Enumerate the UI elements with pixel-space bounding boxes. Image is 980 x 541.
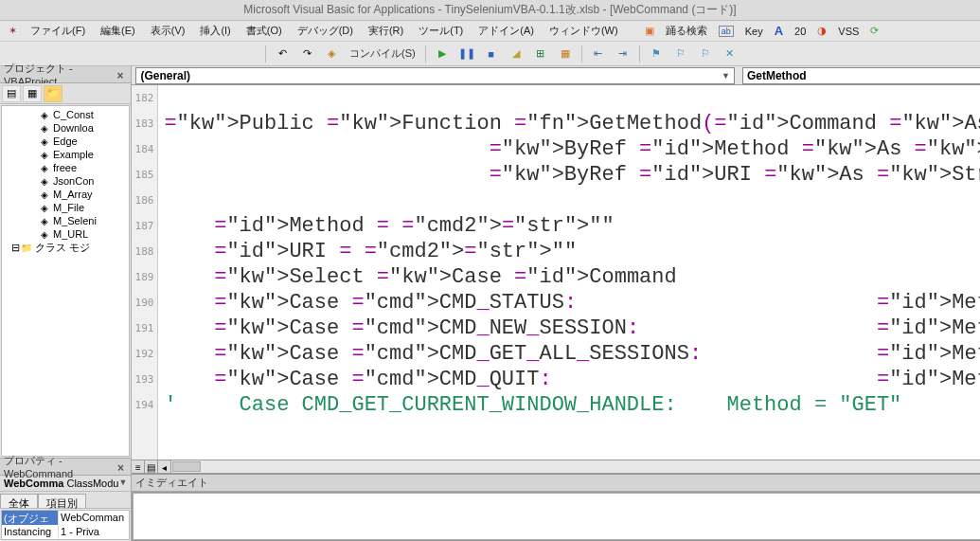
tree-item[interactable]: ◈M_Array	[4, 188, 127, 201]
tree-item[interactable]: ◈C_Const	[4, 108, 127, 121]
tree-item[interactable]: ◈M_File	[4, 201, 127, 214]
menu-vss[interactable]: VSS	[832, 24, 864, 39]
expand-icon[interactable]: ⊟	[11, 242, 20, 254]
line-number: 186	[132, 188, 153, 213]
prev-bookmark-button[interactable]: ⚐	[695, 44, 716, 64]
code-dropdown-bar: (General) ▼ GetMethod ▼	[132, 66, 980, 85]
refresh-icon[interactable]: ⟳	[870, 25, 879, 37]
properties-tabs: 全体 項目別	[0, 492, 131, 509]
tree-item[interactable]: ◈Edge	[4, 135, 127, 148]
code-line[interactable]: ="kw">ByRef ="id">Method ="kw">As ="kw">…	[164, 136, 980, 162]
proc-view-button[interactable]: ≡	[132, 460, 145, 474]
chevron-down-icon[interactable]: ▼	[118, 478, 127, 489]
tab-all[interactable]: 全体	[0, 494, 38, 508]
code-line[interactable]: ="kw">Public ="kw">Function ="fn">GetMet…	[164, 111, 980, 136]
toolbar-separator	[265, 45, 266, 63]
properties-panel-title: プロパティ - WebCommand	[4, 454, 117, 479]
menu-run[interactable]: 実行(R)	[363, 22, 409, 40]
run-button[interactable]: ▶	[432, 44, 453, 64]
code-line[interactable]: ="id">Method = ="cmd2">="str">""	[164, 213, 980, 239]
code-line[interactable]: ="kw">ByRef ="id">URI ="kw">As ="kw">Str…	[164, 162, 980, 188]
property-value[interactable]: 1 - Priva	[59, 525, 129, 539]
scroll-track[interactable]	[171, 460, 980, 473]
menu-insert[interactable]: 挿入(I)	[194, 22, 236, 40]
tree-item[interactable]: ◈freee	[4, 161, 127, 174]
menu-addin[interactable]: アドイン(A)	[472, 22, 540, 40]
scroll-left-button[interactable]: ◂	[158, 460, 171, 474]
design-mode-button[interactable]: ◢	[506, 44, 526, 64]
code-line[interactable]: ="kw">Case ="cmd">CMD_STATUS: ="id">Meth…	[164, 290, 980, 316]
close-icon[interactable]: ×	[117, 461, 127, 473]
menu-edit[interactable]: 編集(E)	[95, 22, 141, 40]
indent-button[interactable]: ⇥	[613, 44, 633, 64]
code-area: (General) ▼ GetMethod ▼ 1821831841851861…	[132, 66, 980, 541]
module-icon: ◈	[38, 162, 51, 173]
stop-button[interactable]: ■	[481, 44, 502, 64]
code-h-scrollbar[interactable]: ≡ ▤ ◂ ▸	[132, 460, 980, 473]
project-tree[interactable]: ◈C_Const◈Downloa◈Edge◈Example◈freee◈Json…	[1, 105, 130, 457]
code-line[interactable]: ="id">URI = ="cmd2">="str">""	[164, 239, 980, 264]
compile-icon[interactable]: ◈	[321, 44, 342, 64]
property-value[interactable]: WebComman	[59, 511, 129, 525]
property-row[interactable]: (オブジェWebComman	[2, 511, 129, 525]
toggle-folders-button[interactable]: 📁	[44, 85, 62, 102]
code-line[interactable]: ' Case CMD_GET_CURRENT_WINDOW_HANDLE: Me…	[164, 392, 980, 418]
close-icon[interactable]: ×	[117, 69, 128, 81]
undo-button[interactable]: ↶	[272, 44, 293, 64]
menu-twenty[interactable]: 20	[789, 24, 811, 39]
full-view-button[interactable]: ▤	[145, 460, 158, 474]
immediate-panel: イミディエイト ×	[132, 473, 980, 541]
project-panel-header: プロジェクト - VBAProject ×	[0, 66, 131, 83]
scroll-thumb[interactable]	[172, 461, 201, 472]
tree-item-label: C_Const	[53, 109, 94, 120]
menu-debug[interactable]: デバッグ(D)	[292, 22, 359, 40]
menu-file[interactable]: ファイル(F)	[25, 22, 91, 40]
redo-button[interactable]: ↷	[296, 44, 317, 64]
tab-categorized[interactable]: 項目別	[38, 494, 86, 508]
app-icon: ✶	[4, 24, 21, 39]
vss-icon[interactable]: ◑	[817, 25, 827, 37]
tree-item-label: Downloa	[53, 122, 94, 134]
tree-item[interactable]: ◈M_Seleni	[4, 214, 127, 227]
menu-odoru[interactable]: 踊る検索	[660, 22, 713, 40]
properties-object-selector[interactable]: WebComma ClassModu ▼	[0, 476, 131, 492]
bookmark-button[interactable]: ⚑	[646, 44, 667, 64]
tree-item[interactable]: ◈Downloa	[4, 121, 127, 135]
menu-view[interactable]: 表示(V)	[145, 22, 191, 40]
view-code-button[interactable]: ▤	[2, 85, 21, 102]
code-body[interactable]: ="kw">Public ="kw">Function ="fn">GetMet…	[158, 85, 980, 460]
menu-key[interactable]: Key	[739, 24, 769, 39]
tree-item[interactable]: ◈Example	[4, 148, 127, 161]
properties-grid[interactable]: (オブジェWebCommanInstancing1 - Priva	[1, 510, 130, 540]
property-row[interactable]: Instancing1 - Priva	[2, 525, 129, 539]
immediate-input[interactable]	[133, 493, 980, 540]
code-line[interactable]: ="kw">Select ="kw">Case ="id">Command	[164, 264, 980, 290]
menu-format[interactable]: 書式(O)	[241, 22, 288, 40]
code-line[interactable]: ="kw">Case ="cmd">CMD_QUIT: ="id">Method…	[164, 367, 980, 392]
project-explorer-button[interactable]: ▦	[555, 44, 576, 64]
module-icon: ◈	[38, 122, 51, 134]
pause-button[interactable]: ❚❚	[456, 44, 477, 64]
tree-item[interactable]: ◈JsonCon	[4, 174, 127, 188]
code-line[interactable]	[164, 85, 980, 111]
menu-tool[interactable]: ツール(T)	[413, 22, 469, 40]
clear-bookmarks-button[interactable]: ✕	[720, 44, 740, 64]
object-dropdown[interactable]: (General) ▼	[135, 67, 735, 84]
tree-item[interactable]: ◈M_URL	[4, 227, 127, 241]
view-object-button[interactable]: ▦	[23, 85, 42, 102]
next-bookmark-button[interactable]: ⚐	[670, 44, 691, 64]
excel-button[interactable]: ⊞	[530, 44, 551, 64]
outdent-button[interactable]: ⇤	[588, 44, 609, 64]
dance-search-icon[interactable]: ▣	[645, 25, 654, 37]
compile-button[interactable]: コンパイル(S)	[346, 46, 419, 61]
menu-window[interactable]: ウィンドウ(W)	[543, 22, 624, 40]
line-number: 188	[132, 239, 153, 264]
code-editor[interactable]: 182183184185186187188189190191192193194 …	[132, 85, 980, 460]
code-line[interactable]: ="kw">Case ="cmd">CMD_NEW_SESSION: ="id"…	[164, 316, 980, 341]
font-icon[interactable]: A	[775, 24, 783, 38]
toolbar-separator	[581, 45, 582, 63]
code-line[interactable]	[164, 188, 980, 213]
procedure-dropdown[interactable]: GetMethod ▼	[742, 67, 980, 84]
tree-folder[interactable]: ⊟ 📁 クラス モジ	[4, 241, 127, 254]
code-line[interactable]: ="kw">Case ="cmd">CMD_GET_ALL_SESSIONS: …	[164, 341, 980, 367]
